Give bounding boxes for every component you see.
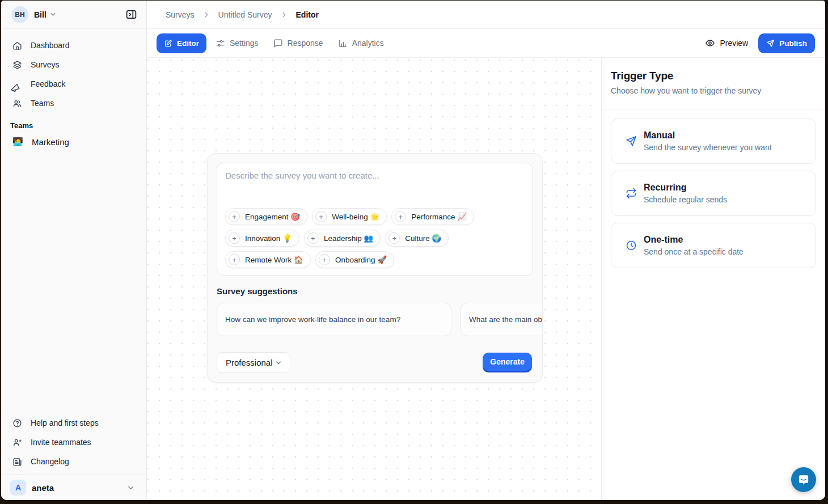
chip-label: Remote Work 🏠 bbox=[245, 255, 303, 264]
tab-analytics[interactable]: Analytics bbox=[332, 33, 390, 53]
breadcrumb-untitled-survey[interactable]: Untitled Survey bbox=[218, 10, 272, 19]
topic-chip-onboarding[interactable]: Onboarding 🚀 bbox=[315, 251, 394, 268]
survey-prompt-input[interactable] bbox=[225, 171, 525, 208]
chevron-down-icon bbox=[49, 11, 57, 18]
sidebar-item-help[interactable]: Help and first steps bbox=[1, 413, 146, 433]
tab-label: Response bbox=[288, 39, 323, 48]
tab-response[interactable]: Response bbox=[268, 33, 329, 53]
publish-button[interactable]: Publish bbox=[758, 33, 815, 53]
panel-title: Trigger Type bbox=[611, 70, 816, 82]
team-emoji: 🧑‍💻 bbox=[12, 137, 22, 147]
account-switcher[interactable]: A aneta bbox=[1, 475, 146, 500]
app-window: BH Bill Dashboard Surv bbox=[1, 1, 825, 500]
tone-value: Professional bbox=[226, 358, 273, 367]
send-icon bbox=[626, 135, 637, 147]
sidebar-item-label: Feedback bbox=[31, 79, 65, 88]
trigger-option-title: Recurring bbox=[644, 183, 727, 193]
topic-chip-performance[interactable]: Performance 📈 bbox=[391, 208, 474, 225]
chevron-right-icon bbox=[280, 11, 288, 19]
chevron-right-icon bbox=[202, 11, 210, 19]
chevron-down-icon bbox=[126, 484, 135, 492]
topic-chip-wellbeing[interactable]: Well-being 🌟 bbox=[312, 208, 387, 225]
chip-label: Onboarding 🚀 bbox=[335, 255, 387, 264]
trigger-option-description: Send once at a specific date bbox=[644, 247, 743, 256]
trigger-option-recurring[interactable]: Recurring Schedule regular sends bbox=[611, 171, 816, 216]
trigger-option-manual[interactable]: Manual Send the survey whenever you want bbox=[611, 118, 816, 164]
chip-label: Well-being 🌟 bbox=[332, 212, 379, 221]
plus-icon bbox=[395, 211, 406, 222]
chevron-down-icon bbox=[274, 359, 282, 367]
trigger-type-panel: Trigger Type Choose how you want to trig… bbox=[601, 58, 825, 500]
topic-chip-innovation[interactable]: Innovation 💡 bbox=[225, 230, 299, 247]
generator-bottom-bar: Professional Generate bbox=[208, 345, 542, 373]
trigger-option-title: One-time bbox=[644, 235, 743, 245]
sidebar-item-dashboard[interactable]: Dashboard bbox=[1, 36, 146, 55]
topic-chips: Engagement 🎯 Well-being 🌟 Performance 📈 … bbox=[225, 208, 525, 268]
trigger-option-description: Schedule regular sends bbox=[644, 195, 727, 204]
tab-settings[interactable]: Settings bbox=[210, 33, 264, 53]
repeat-icon bbox=[626, 188, 637, 199]
tab-bar: Editor Settings Response Analytics bbox=[147, 29, 825, 58]
topic-chip-remote-work[interactable]: Remote Work 🏠 bbox=[225, 251, 311, 268]
plus-icon bbox=[388, 232, 400, 244]
main-area: Surveys Untitled Survey Editor Editor bbox=[147, 1, 825, 500]
prompt-box: Engagement 🎯 Well-being 🌟 Performance 📈 … bbox=[217, 163, 533, 276]
tab-label: Analytics bbox=[352, 39, 384, 48]
publish-label: Publish bbox=[779, 39, 807, 48]
sidebar-collapse-button[interactable] bbox=[124, 7, 138, 22]
layers-icon bbox=[12, 60, 22, 70]
preview-button[interactable]: Preview bbox=[705, 38, 748, 48]
messenger-icon bbox=[797, 473, 810, 486]
clock-icon bbox=[626, 240, 637, 251]
sidebar-item-label: Changelog bbox=[31, 457, 69, 466]
sidebar-item-changelog[interactable]: Changelog bbox=[1, 452, 146, 471]
chip-label: Performance 📈 bbox=[411, 212, 467, 221]
send-icon bbox=[766, 39, 775, 48]
topic-chip-culture[interactable]: Culture 🌍 bbox=[385, 230, 449, 247]
breadcrumb-surveys[interactable]: Surveys bbox=[166, 10, 195, 19]
topic-chip-engagement[interactable]: Engagement 🎯 bbox=[225, 208, 307, 225]
sidebar-item-team-marketing[interactable]: 🧑‍💻 Marketing bbox=[1, 132, 146, 152]
tab-editor[interactable]: Editor bbox=[157, 33, 206, 53]
changelog-icon bbox=[12, 457, 22, 467]
sidebar-item-teams[interactable]: Teams bbox=[1, 94, 146, 113]
generate-button[interactable]: Generate bbox=[483, 353, 532, 371]
tab-label: Editor bbox=[177, 39, 199, 48]
tone-select[interactable]: Professional bbox=[217, 352, 290, 373]
survey-generator-card: Engagement 🎯 Well-being 🌟 Performance 📈 … bbox=[207, 153, 543, 383]
user-name[interactable]: Bill bbox=[34, 10, 47, 19]
trigger-option-one-time[interactable]: One-time Send once at a specific date bbox=[611, 223, 816, 268]
sidebar: BH Bill Dashboard Surv bbox=[1, 1, 147, 500]
teams-section-label: Teams bbox=[1, 121, 146, 130]
suggestion-card[interactable]: What are the main ob bbox=[461, 303, 543, 336]
panel-subtitle: Choose how you want to trigger the surve… bbox=[611, 86, 816, 95]
editor-canvas[interactable]: Engagement 🎯 Well-being 🌟 Performance 📈 … bbox=[147, 58, 601, 500]
avatar[interactable]: BH bbox=[11, 6, 28, 23]
eye-icon bbox=[705, 38, 715, 48]
suggestion-card[interactable]: How can we improve work-life balance in … bbox=[217, 303, 451, 336]
sidebar-item-label: Surveys bbox=[31, 60, 60, 69]
sidebar-item-feedback[interactable]: Feedback bbox=[1, 74, 146, 94]
panel-right-icon bbox=[125, 9, 137, 20]
sliders-icon bbox=[216, 39, 225, 48]
chat-launcher-button[interactable] bbox=[791, 467, 816, 492]
plus-icon bbox=[229, 254, 240, 265]
plus-icon bbox=[319, 254, 330, 265]
plus-icon bbox=[307, 232, 319, 244]
sidebar-item-surveys[interactable]: Surveys bbox=[1, 55, 146, 74]
tab-label: Settings bbox=[230, 39, 259, 48]
plus-icon bbox=[229, 232, 240, 244]
sidebar-item-label: Dashboard bbox=[31, 41, 70, 50]
breadcrumb-editor: Editor bbox=[296, 10, 319, 19]
chip-label: Engagement 🎯 bbox=[245, 212, 300, 221]
sidebar-item-label: Invite teammates bbox=[31, 438, 91, 447]
home-icon bbox=[12, 41, 22, 50]
topic-chip-leadership[interactable]: Leadership 👥 bbox=[304, 230, 381, 247]
suggestions-row: How can we improve work-life balance in … bbox=[217, 303, 543, 336]
megaphone-icon bbox=[12, 79, 22, 89]
sidebar-footer: Help and first steps Invite teammates Ch… bbox=[1, 409, 146, 475]
trigger-panel-header: Trigger Type Choose how you want to trig… bbox=[602, 58, 825, 109]
chip-label: Innovation 💡 bbox=[245, 234, 292, 243]
trigger-options: Manual Send the survey whenever you want… bbox=[602, 109, 825, 277]
sidebar-item-invite[interactable]: Invite teammates bbox=[1, 433, 146, 452]
